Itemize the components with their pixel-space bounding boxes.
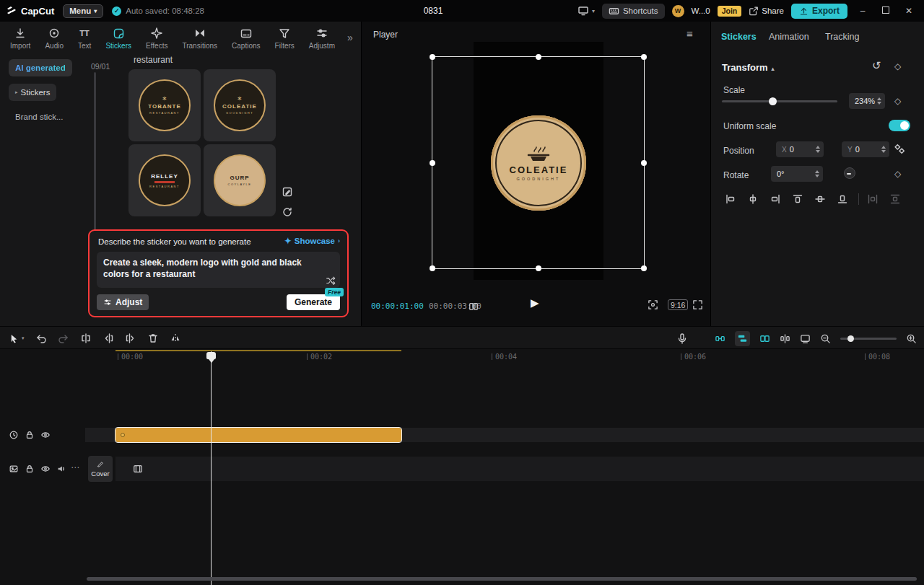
split-button[interactable] xyxy=(80,333,92,344)
regenerate-button[interactable] xyxy=(282,206,293,218)
tab-text[interactable]: TT Text xyxy=(71,25,98,50)
menu-button[interactable]: Menu▾ xyxy=(63,4,103,18)
focus-frame-button[interactable] xyxy=(648,299,658,310)
prompt-input[interactable]: Create a sleek, modern logo with gold an… xyxy=(97,252,340,288)
tab-audio[interactable]: Audio xyxy=(38,25,71,50)
scale-slider-thumb[interactable] xyxy=(769,97,777,105)
keyframe-position-icon[interactable] xyxy=(894,143,906,155)
undo-button[interactable] xyxy=(35,333,47,344)
keyframe-rotate-icon[interactable]: ◇ xyxy=(894,169,901,179)
selection-handle[interactable] xyxy=(641,265,647,271)
scale-slider[interactable] xyxy=(722,100,837,102)
stepper-icon[interactable] xyxy=(877,97,881,105)
main-track-visibility-button[interactable] xyxy=(40,464,51,474)
keyframe-transform-icon[interactable]: ◇ xyxy=(894,61,901,71)
distribute-vertical-button[interactable] xyxy=(886,192,904,206)
uniform-scale-toggle[interactable] xyxy=(889,120,910,131)
align-right-button[interactable] xyxy=(767,192,784,206)
scale-value-field[interactable]: 234% xyxy=(849,93,885,109)
join-button[interactable]: Join xyxy=(718,6,742,17)
player-menu-button[interactable]: ≡ xyxy=(687,27,693,40)
preview-axis-button[interactable] xyxy=(780,333,790,344)
tab-inspector-animation[interactable]: Animation xyxy=(769,32,809,42)
linked-selection-button[interactable] xyxy=(759,333,770,344)
align-center-vertical-button[interactable] xyxy=(811,192,829,206)
selection-handle[interactable] xyxy=(641,54,647,60)
maximize-button[interactable] xyxy=(878,6,894,16)
reset-transform-button[interactable]: ↺ xyxy=(872,59,881,72)
tab-stickers[interactable]: Stickers xyxy=(98,25,139,50)
tab-filters[interactable]: Filters xyxy=(268,25,302,50)
record-voiceover-button[interactable] xyxy=(676,333,688,344)
tab-adjustment[interactable]: Adjustm xyxy=(302,25,342,50)
stepper-icon[interactable] xyxy=(816,146,820,153)
redo-button[interactable] xyxy=(58,333,69,344)
delete-button[interactable] xyxy=(147,333,159,344)
zoom-in-button[interactable] xyxy=(906,333,917,344)
sidebar-item-brand-stickers[interactable]: Brand stick... xyxy=(9,108,69,126)
tab-import[interactable]: Import xyxy=(3,25,38,50)
transform-section-header[interactable]: Transform▴ xyxy=(722,62,775,73)
main-track-mute-button[interactable] xyxy=(56,464,66,474)
sticker-thumbnail-1[interactable]: ✻ TOBANTE RESTAURANT xyxy=(128,69,201,141)
tab-transitions[interactable]: Transitions xyxy=(175,25,225,50)
list-scrollbar[interactable] xyxy=(94,72,96,244)
sticker-thumbnail-3[interactable]: RELLEY RESTAURANT xyxy=(128,144,201,216)
main-track-more-button[interactable]: ⋯ xyxy=(71,462,80,472)
minimize-button[interactable]: – xyxy=(855,6,871,16)
play-button[interactable]: ▶ xyxy=(531,296,539,309)
tab-inspector-tracking[interactable]: Tracking xyxy=(825,32,859,42)
playhead-handle[interactable] xyxy=(206,352,216,359)
sticker-thumbnail-4[interactable]: GURP COYLAYLE xyxy=(204,144,276,216)
preview-quality-button[interactable] xyxy=(468,302,479,312)
selection-handle[interactable] xyxy=(536,265,541,271)
sidebar-item-stickers[interactable]: ▸ Stickers xyxy=(9,84,56,101)
mirror-button[interactable] xyxy=(170,333,181,344)
sticker-thumbnail-2[interactable]: ✻ COLEATIE GOODNIGHT xyxy=(204,69,276,141)
avatar[interactable]: W xyxy=(672,5,684,17)
track-visibility-button[interactable] xyxy=(40,430,51,440)
selection-handle[interactable] xyxy=(641,160,647,166)
auto-snap-button[interactable] xyxy=(735,331,750,346)
adjust-button[interactable]: Adjust xyxy=(97,294,149,310)
render-preview-button[interactable] xyxy=(800,333,811,344)
position-x-field[interactable]: X0 xyxy=(776,141,824,157)
stepper-icon[interactable] xyxy=(881,146,886,153)
tab-effects[interactable]: Effects xyxy=(139,25,175,50)
export-button[interactable]: Export xyxy=(791,4,847,19)
rotate-dial[interactable] xyxy=(844,167,855,179)
display-mode-button[interactable]: ▾ xyxy=(578,5,595,17)
position-y-field[interactable]: Y0 xyxy=(842,141,889,157)
delete-right-button[interactable] xyxy=(125,333,136,344)
align-left-button[interactable] xyxy=(722,192,739,206)
stepper-icon[interactable] xyxy=(815,170,819,177)
selection-handle[interactable] xyxy=(536,54,541,60)
sticker-clip[interactable] xyxy=(116,428,401,442)
track-duration-button[interactable] xyxy=(9,430,19,440)
playhead-line[interactable] xyxy=(211,351,212,585)
main-track-lock-button[interactable] xyxy=(25,464,35,474)
edit-cover-button[interactable]: Cover xyxy=(88,456,113,482)
sidebar-item-ai-generated[interactable]: AI generated xyxy=(9,59,72,76)
select-tool-button[interactable]: ▾ xyxy=(9,333,25,344)
keyframe-scale-icon[interactable]: ◇ xyxy=(894,96,901,106)
selection-handle[interactable] xyxy=(430,160,435,166)
close-button[interactable]: ✕ xyxy=(901,6,917,16)
more-tabs-button[interactable]: » xyxy=(342,32,358,43)
aspect-ratio-button[interactable]: 9:16 xyxy=(668,299,688,310)
main-track-magnet-button[interactable] xyxy=(715,333,725,344)
shortcuts-button[interactable]: Shortcuts xyxy=(602,4,665,19)
distribute-horizontal-button[interactable] xyxy=(864,192,881,206)
showcase-link[interactable]: ✦ Showcase › xyxy=(284,236,340,246)
align-bottom-button[interactable] xyxy=(834,192,851,206)
selection-handle[interactable] xyxy=(430,265,435,271)
tab-inspector-stickers[interactable]: Stickers xyxy=(721,32,757,42)
tab-captions[interactable]: Captions xyxy=(225,25,268,50)
rotate-value-field[interactable]: 0° xyxy=(771,166,823,182)
zoom-slider-thumb[interactable] xyxy=(847,335,854,342)
align-center-horizontal-button[interactable] xyxy=(744,192,762,206)
delete-left-button[interactable] xyxy=(103,333,114,344)
selection-box[interactable] xyxy=(432,56,645,269)
timeline-zoom-slider[interactable] xyxy=(840,338,897,340)
selection-handle[interactable] xyxy=(430,54,435,60)
